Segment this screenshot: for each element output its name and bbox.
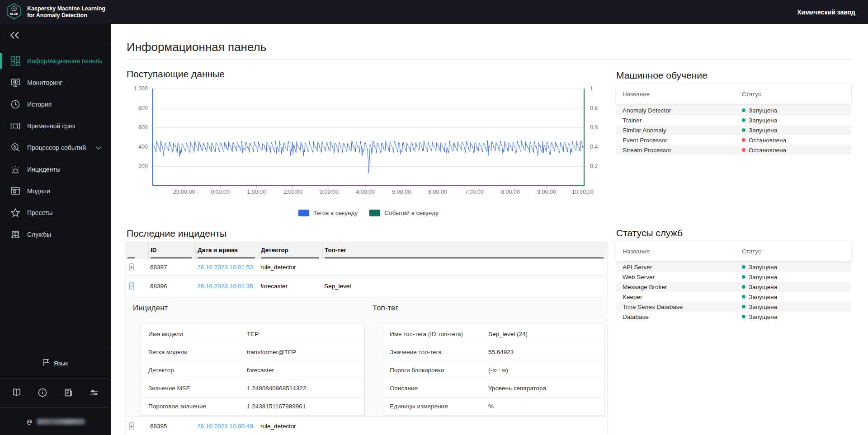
sidebar-collapse-icon[interactable] — [9, 30, 23, 41]
detail-row: Детектор forecaster — [141, 361, 364, 379]
incident-datetime-link[interactable]: 26.10.2023 10:00:49 — [195, 423, 259, 430]
chart-plot-area — [152, 89, 585, 188]
sidebar-item-services[interactable]: Службы — [0, 224, 111, 245]
manual-book-icon[interactable] — [12, 388, 22, 398]
y-axis-tick: 200 — [121, 163, 148, 169]
legend-swatch-blue — [298, 210, 309, 216]
history-icon — [10, 99, 21, 110]
incoming-data-chart: 1 000 800 600 400 200 1 0.8 0.6 0.4 0.2 … — [152, 89, 585, 224]
active-indicator — [0, 53, 2, 69]
incident-toptag: Sep_level — [322, 283, 607, 290]
x-axis-tick: 8:00:00 — [501, 189, 520, 195]
status-dot-running — [742, 285, 745, 289]
app-brand: NLAD Kaspersky Machine Learning for Anom… — [0, 3, 105, 21]
incident-panel-title: Инцидент — [133, 304, 168, 313]
event-processor-icon — [10, 142, 21, 153]
ml-title: Машинное обучение — [616, 70, 708, 81]
incident-detail-panel: Инцидент Имя модели TEP Ветка модели tra… — [126, 297, 607, 416]
column-header-status[interactable]: Статус — [742, 248, 761, 255]
table-row: Anomaly Detector Запущена — [616, 105, 851, 115]
chevron-down-icon[interactable] — [95, 144, 102, 151]
legend-item-tags: Тегов в секунду — [298, 210, 358, 216]
y2-axis-tick: 0.4 — [590, 144, 598, 150]
table-row: Message Broker Запущена — [616, 282, 851, 292]
table-row: Keeper Запущена — [616, 292, 851, 302]
page-title: Информационная панель — [127, 40, 266, 54]
toptag-panel-title: Топ-тег — [373, 304, 398, 313]
legend-swatch-green — [369, 210, 380, 216]
divider — [127, 59, 852, 60]
y-axis-tick: 800 — [121, 105, 148, 111]
sidebar-item-label: Инциденты — [27, 166, 61, 173]
incident-detector: rule_detector — [259, 423, 322, 430]
status-badge: Остановлена — [749, 147, 786, 154]
language-label: Язык — [54, 360, 68, 367]
incident-datetime-link[interactable]: 26.10.2023 10:01:35 — [195, 283, 259, 290]
time-slice-icon — [10, 121, 21, 131]
sidebar-item-label: Службы — [27, 231, 51, 238]
y2-axis-tick: 0.2 — [590, 163, 598, 169]
models-icon — [10, 186, 21, 196]
expand-button[interactable]: + — [129, 263, 134, 271]
sidebar-item-presets[interactable]: Пресеты — [0, 202, 111, 224]
info-icon[interactable] — [38, 388, 47, 398]
column-header-status[interactable]: Статус — [742, 91, 761, 98]
column-header-toptag[interactable]: Топ-тег — [322, 242, 607, 258]
sidebar-item-time-slice[interactable]: Временной срез — [0, 115, 111, 137]
incident-row: + 68395 26.10.2023 10:00:49 rule_detecto… — [126, 416, 607, 435]
sidebar-item-dashboard[interactable]: Информационная панель — [0, 50, 111, 72]
collapse-button[interactable]: − — [129, 282, 134, 290]
table-row: Event Processor Остановлена — [616, 135, 851, 145]
status-badge: Запущена — [749, 284, 777, 290]
column-header-datetime[interactable]: Дата и время — [195, 242, 259, 258]
y2-axis-tick: 0.6 — [590, 124, 598, 131]
sidebar-item-label: Пресеты — [27, 209, 52, 216]
detail-row: Пороговое значение 1.2438151167989961 — [141, 398, 364, 416]
incident-detector: forecaster — [259, 283, 322, 290]
incident-detector: rule_detector — [259, 264, 322, 271]
sidebar-item-label: Процессор событий — [27, 144, 86, 151]
sidebar-utility-icons — [0, 388, 111, 398]
detail-row: Значение топ-тега 55.64923 — [382, 343, 604, 361]
expand-button[interactable]: + — [129, 422, 134, 430]
status-dot-running — [742, 295, 745, 299]
legend-item-events: Событий в секунду — [369, 210, 439, 216]
y-axis-tick: 400 — [121, 144, 148, 150]
status-badge: Запущена — [749, 294, 777, 300]
incidents-icon — [10, 164, 21, 175]
x-axis-tick: 7:00:00 — [465, 189, 484, 195]
detail-row: Имя модели TEP — [141, 325, 364, 343]
plant-selector[interactable]: Химический завод — [797, 9, 868, 16]
status-dot-stopped — [742, 138, 745, 142]
y-axis-tick: 1 000 — [121, 85, 148, 92]
divider — [0, 407, 111, 408]
y2-axis-tick: 1 — [590, 85, 593, 92]
sidebar-item-event-processor[interactable]: Процессор событий — [0, 137, 111, 159]
incident-datetime-link[interactable]: 26.10.2023 10:01:53 — [195, 264, 259, 271]
presets-icon — [10, 207, 21, 218]
x-axis-tick: 2:00:00 — [283, 189, 302, 195]
news-icon[interactable] — [63, 388, 73, 398]
incident-row: + 68397 26.10.2023 10:01:53 rule_detecto… — [126, 258, 607, 275]
incidents-table: ID Дата и время Детектор Топ-тег + 68397… — [126, 242, 607, 435]
sidebar-item-incidents[interactable]: Инциденты — [0, 159, 111, 180]
column-header-detector[interactable]: Детектор — [259, 242, 322, 258]
app-title: Kaspersky Machine Learning for Anomaly D… — [27, 5, 105, 19]
column-header-name[interactable]: Название — [616, 91, 742, 98]
settings-sliders-icon[interactable] — [89, 388, 99, 398]
sidebar-item-label: История — [27, 101, 52, 108]
sidebar-item-models[interactable]: Модели — [0, 180, 111, 202]
x-axis-tick: 5:00:00 — [392, 189, 411, 195]
series-tags-per-second — [152, 140, 585, 173]
user-account[interactable]: @ — [0, 416, 111, 426]
ml-table-header: Название Статус — [616, 84, 851, 104]
column-header-name[interactable]: Название — [616, 248, 742, 255]
status-badge: Запущена — [749, 313, 777, 320]
y2-axis-tick: 0.8 — [590, 105, 598, 111]
column-header-id[interactable]: ID — [148, 242, 195, 258]
sidebar-item-history[interactable]: История — [0, 94, 111, 115]
status-badge: Остановлена — [749, 137, 786, 144]
language-button[interactable]: Язык — [0, 358, 111, 369]
column-header-expand[interactable] — [126, 242, 148, 258]
sidebar-item-monitoring[interactable]: Мониторинг — [0, 72, 111, 94]
